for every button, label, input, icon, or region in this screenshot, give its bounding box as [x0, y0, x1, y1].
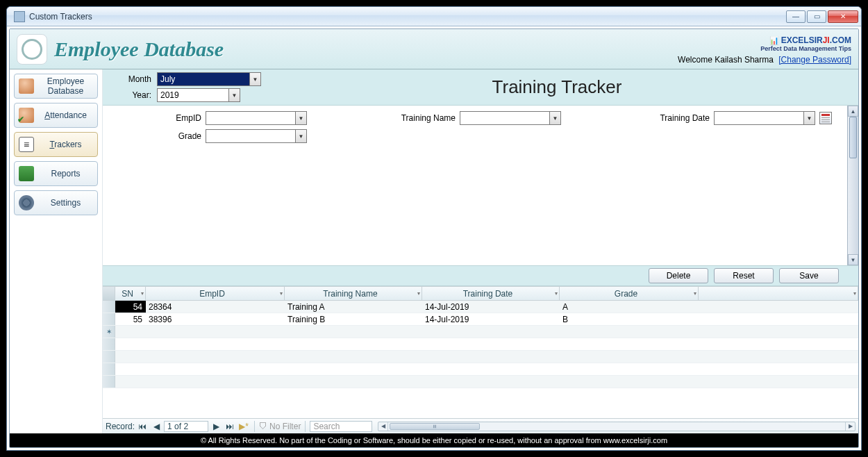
- calendar-icon[interactable]: [819, 112, 832, 124]
- change-password-link[interactable]: [Change Password]: [778, 55, 851, 65]
- save-button[interactable]: Save: [779, 268, 839, 283]
- filter-icon: ⛉: [259, 422, 267, 431]
- sidebar-item-reports[interactable]: Reports: [14, 161, 98, 186]
- chevron-down-icon: ▼: [228, 89, 240, 101]
- cell-trainingdate[interactable]: 14-Jul-2019: [422, 313, 560, 325]
- trainingname-combo[interactable]: ▼: [460, 111, 561, 125]
- row-selector[interactable]: [103, 313, 115, 325]
- chevron-down-icon: ▼: [295, 130, 306, 142]
- close-button[interactable]: ✕: [828, 10, 858, 23]
- welcome-text: Welcome Kailash Sharma [Change Password]: [678, 55, 851, 65]
- empid-combo[interactable]: ▼: [206, 111, 307, 125]
- grade-label: Grade: [167, 131, 201, 141]
- settings-icon: [19, 195, 34, 210]
- record-position[interactable]: 1 of 2: [164, 421, 208, 432]
- sidebar-item-trackers[interactable]: Trackers: [14, 132, 98, 157]
- select-all-cell[interactable]: [103, 287, 115, 300]
- window-title: Custom Trackers: [29, 12, 786, 22]
- vertical-scrollbar[interactable]: ▲ ▼: [847, 106, 858, 265]
- grid-header: SN▾ EmpID▾ Training Name▾ Training Date▾…: [103, 287, 858, 301]
- nav-first-button[interactable]: ⏮: [136, 421, 149, 432]
- empid-label: EmpID: [167, 113, 201, 123]
- col-sn[interactable]: SN▾: [115, 287, 146, 300]
- trainingdate-combo[interactable]: ▼: [714, 111, 815, 125]
- cell-trainingname[interactable]: Training B: [285, 313, 422, 325]
- cell-trainingname[interactable]: Training A: [285, 301, 422, 313]
- grade-combo[interactable]: ▼: [206, 129, 307, 143]
- col-extra[interactable]: ▾: [699, 287, 858, 300]
- horizontal-scrollbar[interactable]: ◀ ▶: [378, 422, 856, 431]
- col-empid[interactable]: EmpID▾: [146, 287, 285, 300]
- col-trainingdate[interactable]: Training Date▾: [422, 287, 560, 300]
- vendor-logo: 📊 EXCELSIRJI.COM: [678, 34, 851, 45]
- cell-sn[interactable]: 55: [115, 313, 146, 325]
- main-panel: Month July▼ Year: 2019▼ Training T: [103, 69, 858, 433]
- month-combo[interactable]: July▼: [157, 72, 261, 86]
- filter-area: EmpID ▼ Training Name ▼ Training Date ▼: [103, 106, 847, 265]
- employee-icon: [19, 78, 34, 94]
- grid-body[interactable]: 5428364Training A14-Jul-2019A5538396Trai…: [103, 301, 858, 418]
- titlebar[interactable]: Custom Trackers — ▭ ✕: [7, 7, 861, 26]
- chevron-down-icon: ▼: [295, 112, 306, 124]
- hscroll-thumb[interactable]: [390, 423, 480, 430]
- maximize-button[interactable]: ▭: [807, 10, 826, 23]
- scroll-left-icon[interactable]: ◀: [378, 422, 388, 431]
- reports-icon: [19, 166, 34, 181]
- nav-new-button[interactable]: ▶*: [237, 421, 250, 432]
- col-grade[interactable]: Grade▾: [560, 287, 699, 300]
- app-icon: [14, 11, 25, 22]
- table-row-new[interactable]: [103, 326, 858, 338]
- chevron-down-icon: ▼: [249, 73, 260, 85]
- trackers-icon: [19, 137, 34, 152]
- form-header: Month July▼ Year: 2019▼ Training T: [103, 69, 858, 106]
- reset-button[interactable]: Reset: [714, 268, 774, 283]
- cell-sn[interactable]: 54: [115, 301, 146, 313]
- scroll-down-icon[interactable]: ▼: [848, 254, 858, 265]
- month-label: Month: [108, 74, 151, 84]
- year-combo[interactable]: 2019▼: [157, 88, 240, 102]
- nav-next-button[interactable]: ▶: [210, 421, 222, 432]
- cell-empid[interactable]: 28364: [146, 301, 285, 313]
- sidebar: Employee Database Attendance Trackers Re…: [10, 69, 103, 433]
- footer-text: © All Rights Reserved. No part of the Co…: [10, 433, 858, 447]
- app-title: Employee Database: [54, 38, 224, 61]
- year-label: Year:: [108, 90, 151, 100]
- page-title: Training Tracker: [261, 76, 853, 98]
- nav-prev-button[interactable]: ◀: [150, 421, 162, 432]
- chevron-down-icon: ▼: [803, 112, 815, 124]
- sidebar-item-settings[interactable]: Settings: [14, 190, 98, 215]
- data-grid: SN▾ EmpID▾ Training Name▾ Training Date▾…: [103, 286, 858, 433]
- chevron-down-icon: ▼: [549, 112, 560, 124]
- record-navigator: Record: ⏮ ◀ 1 of 2 ▶ ⏭ ▶* ⛉No Filter Sea…: [103, 418, 858, 433]
- sidebar-item-attendance[interactable]: Attendance: [14, 103, 98, 128]
- minimize-button[interactable]: —: [786, 10, 806, 23]
- record-label: Record:: [106, 422, 135, 431]
- no-filter-label: ⛉No Filter: [259, 422, 301, 431]
- nav-last-button[interactable]: ⏭: [224, 421, 236, 432]
- scroll-up-icon[interactable]: ▲: [848, 106, 858, 117]
- app-window: Custom Trackers — ▭ ✕ Employee Database …: [6, 6, 862, 451]
- scroll-thumb[interactable]: [849, 117, 857, 158]
- sidebar-item-employee-database[interactable]: Employee Database: [14, 74, 98, 99]
- attendance-icon: [19, 108, 34, 123]
- cell-extra[interactable]: [699, 301, 858, 313]
- trainingname-label: Training Name: [389, 113, 456, 123]
- cell-trainingdate[interactable]: 14-Jul-2019: [422, 301, 560, 313]
- action-bar: Delete Reset Save: [103, 265, 858, 286]
- new-row-icon[interactable]: [103, 326, 115, 338]
- search-input[interactable]: Search: [310, 421, 372, 432]
- scroll-right-icon[interactable]: ▶: [845, 422, 855, 431]
- table-row[interactable]: 5428364Training A14-Jul-2019A: [103, 301, 858, 313]
- vendor-tagline: Perfect Data Management Tips: [678, 45, 851, 52]
- cell-grade[interactable]: A: [560, 301, 699, 313]
- row-selector[interactable]: [103, 301, 115, 313]
- delete-button[interactable]: Delete: [649, 268, 708, 283]
- cell-extra[interactable]: [699, 313, 858, 325]
- app-logo-icon: [17, 34, 47, 65]
- trainingdate-label: Training Date: [643, 113, 710, 123]
- cell-empid[interactable]: 38396: [146, 313, 285, 325]
- col-trainingname[interactable]: Training Name▾: [285, 287, 422, 300]
- table-row[interactable]: 5538396Training B14-Jul-2019B: [103, 313, 858, 326]
- brand-bar: Employee Database 📊 EXCELSIRJI.COM Perfe…: [10, 29, 858, 69]
- cell-grade[interactable]: B: [560, 313, 699, 325]
